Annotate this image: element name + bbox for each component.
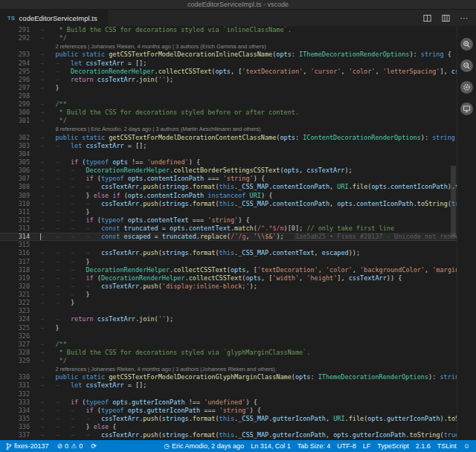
code-line-content[interactable] <box>40 332 457 340</box>
code-line-content[interactable]: → public static getCSSTextForModelDecora… <box>40 51 457 59</box>
code-line-content[interactable]: → /** <box>40 340 457 349</box>
code-line-content[interactable] <box>40 307 457 315</box>
line-number[interactable]: 335 <box>0 415 40 423</box>
line-number[interactable]: 318 <box>0 266 40 274</box>
line-number[interactable]: 325 <box>0 324 40 332</box>
tslint-item[interactable]: TSLint <box>437 442 457 450</box>
line-number[interactable]: 314 <box>0 233 40 241</box>
line-number[interactable]: 330 <box>0 373 40 381</box>
line-number[interactable]: 294 <box>0 59 40 68</box>
codelens-content[interactable]: 2 references | Johannes Rieken, 4 months… <box>40 365 457 373</box>
line-number[interactable]: 331 <box>0 381 40 390</box>
code-line-content[interactable]: → */ <box>40 34 457 42</box>
encoding-item[interactable]: UTF-8 <box>337 442 356 450</box>
zoom-out-button[interactable] <box>460 59 473 72</box>
code-line-content[interactable]: → public static getCSSTextForModelDecora… <box>40 134 457 142</box>
code-line-content[interactable]: → */ <box>40 357 457 365</box>
code-line-content[interactable]: → → return cssTextArr.join(''); <box>40 315 457 323</box>
code-line-content[interactable]: → } <box>40 324 457 332</box>
line-number[interactable]: 319 <box>0 274 40 282</box>
line-number[interactable]: 295 <box>0 68 40 76</box>
line-number[interactable]: 304 <box>0 150 40 158</box>
line-number[interactable]: 323 <box>0 307 40 315</box>
code-line-content[interactable]: → → → → cssTextArr.push(strings.format(t… <box>40 415 457 423</box>
tab-code-editor-service-impl[interactable]: TS codeEditorServiceImpl.ts <box>0 10 108 26</box>
code-line-content[interactable]: → → → → const escaped = truncated.replac… <box>40 233 457 241</box>
code-line-content[interactable]: → → → → const truncated = opts.contentTe… <box>40 225 457 233</box>
codelens-links[interactable]: 2 references | Johannes Rieken, 4 months… <box>55 43 266 50</box>
line-number[interactable]: 308 <box>0 183 40 191</box>
vertical-scrollbar[interactable] <box>451 166 456 237</box>
code-line-content[interactable] <box>40 150 457 158</box>
split-editor-button[interactable] <box>422 13 432 23</box>
code-line-content[interactable]: → */ <box>40 117 457 125</box>
line-number[interactable]: 337 <box>0 431 40 439</box>
code-line-content[interactable]: → → → if (typeof opts.gutterIconPath ===… <box>40 407 457 415</box>
screen-button[interactable] <box>460 103 473 115</box>
line-number[interactable]: 312 <box>0 216 40 225</box>
ts-version-item[interactable]: 2.1.6 <box>416 442 431 450</box>
line-number[interactable]: 333 <box>0 398 40 407</box>
code-line-content[interactable]: → → → } <box>40 258 457 266</box>
line-number[interactable]: 310 <box>0 200 40 208</box>
code-line-content[interactable]: → → → DecorationRenderHelper.collectCSST… <box>40 266 457 274</box>
code-area[interactable]: 291→ * Build the CSS for decorations sty… <box>0 26 457 440</box>
code-line-content[interactable]: → → → → cssTextArr.push(strings.format(t… <box>40 183 457 191</box>
blame-item[interactable]: ◷ Eric Amodio, 2 days ago <box>164 442 244 450</box>
code-line-content[interactable]: → → → → cssTextArr.push(strings.format(t… <box>40 249 457 257</box>
code-line-content[interactable]: → public static getCSSTextForModelDecora… <box>40 373 457 381</box>
line-number[interactable]: 327 <box>0 340 40 349</box>
line-number[interactable]: 305 <box>0 158 40 167</box>
code-line-content[interactable]: → → → } else { <box>40 423 457 431</box>
code-line-content[interactable]: → → → } <box>40 291 457 299</box>
code-line-content[interactable]: → → let cssTextArr = []; <box>40 59 457 68</box>
eol-item[interactable]: LF <box>363 442 371 450</box>
code-line-content[interactable] <box>40 92 457 100</box>
git-sync-item[interactable]: ⟳ <box>91 443 97 450</box>
line-number[interactable]: 313 <box>0 225 40 233</box>
settings-gear-button[interactable] <box>460 81 473 94</box>
line-number[interactable]: 307 <box>0 175 40 183</box>
code-line-content[interactable]: → → → if (typeof opts.contentText === 's… <box>40 216 457 225</box>
codelens-content[interactable]: 2 references | Johannes Rieken, 4 months… <box>40 42 457 51</box>
code-line-content[interactable]: → → let cssTextArr = []; <box>40 381 457 390</box>
line-number[interactable]: 292 <box>0 34 40 42</box>
code-line-content[interactable]: → → if (typeof opts !== 'undefined') { <box>40 158 457 167</box>
code-line-content[interactable]: → → return cssTextArr.join(''); <box>40 76 457 84</box>
line-number[interactable]: 311 <box>0 208 40 216</box>
language-mode-item[interactable]: TypeScript <box>377 442 409 450</box>
codelens-links[interactable]: 2 references | Johannes Rieken, 4 months… <box>55 366 274 372</box>
code-line-content[interactable]: → * Build the CSS for decorations styled… <box>40 349 457 357</box>
line-number[interactable]: 324 <box>0 315 40 323</box>
line-number[interactable]: 298 <box>0 92 40 100</box>
code-line-content[interactable]: → → } <box>40 299 457 307</box>
line-number[interactable]: 303 <box>0 142 40 150</box>
line-number[interactable]: 300 <box>0 109 40 117</box>
line-number[interactable]: 315 <box>0 241 40 249</box>
code-line-content[interactable]: → → DecorationRenderHelper.collectCSSTex… <box>40 68 457 76</box>
zoom-in-button[interactable] <box>460 38 473 51</box>
code-line-content[interactable] <box>40 390 457 398</box>
line-number[interactable]: 296 <box>0 76 40 84</box>
line-number[interactable]: 293 <box>0 51 40 59</box>
line-number[interactable]: 297 <box>0 84 40 92</box>
line-number[interactable]: 317 <box>0 258 40 266</box>
line-number[interactable]: 322 <box>0 299 40 307</box>
line-number[interactable]: 332 <box>0 390 40 398</box>
code-line-content[interactable]: → → → if (typeof opts.contentIconPath ==… <box>40 175 457 183</box>
line-number[interactable]: 336 <box>0 423 40 431</box>
indentation-item[interactable]: Tab Size: 4 <box>298 442 331 450</box>
code-line-content[interactable]: → → → → cssTextArr.push(strings.format(t… <box>40 200 457 208</box>
line-number[interactable]: 309 <box>0 192 40 200</box>
line-number[interactable]: 306 <box>0 167 40 175</box>
line-number[interactable]: 321 <box>0 291 40 299</box>
more-actions-button[interactable]: ⋯ <box>459 13 469 23</box>
code-line-content[interactable]: → → if (typeof opts.gutterIconPath !== '… <box>40 398 457 407</box>
code-line-content[interactable]: → → → DecorationRenderHelper.collectBord… <box>40 167 457 175</box>
line-number[interactable]: 299 <box>0 100 40 109</box>
code-line-content[interactable]: → → → } else if (opts.contentIconPath in… <box>40 192 457 200</box>
cursor-position-item[interactable]: Ln 314, Col 1 <box>251 442 291 450</box>
toggle-editor-layout-button[interactable] <box>440 13 451 23</box>
codelens-content[interactable]: 8 references | Eric Amodio, 2 days ago |… <box>40 125 457 133</box>
code-line-content[interactable]: → → let cssTextArr = []; <box>40 142 457 150</box>
